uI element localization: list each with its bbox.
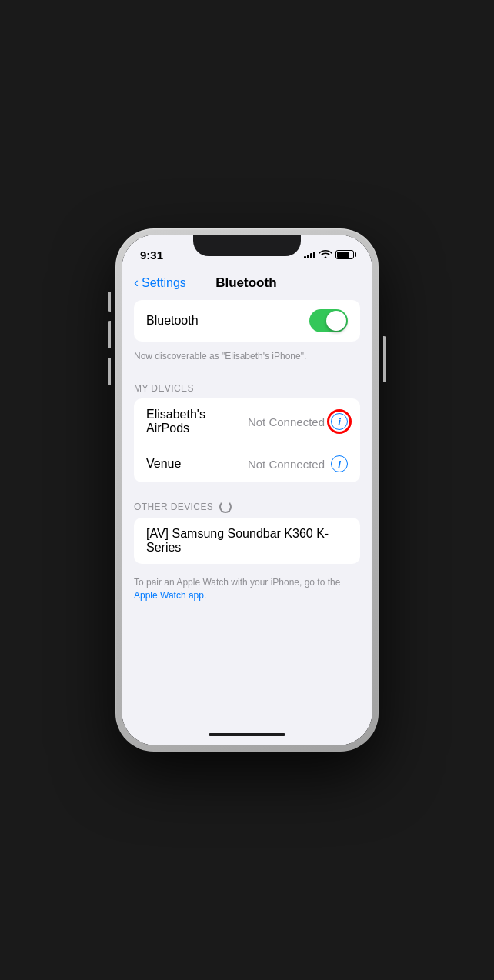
other-devices-header-label: OTHER DEVICES	[134, 502, 213, 512]
my-devices-header-label: MY DEVICES	[134, 383, 194, 394]
list-item[interactable]: Elisabeth's AirPods Not Connected i	[134, 398, 360, 445]
device-status: Not Connected	[248, 415, 325, 428]
venue-info-button[interactable]: i	[331, 455, 348, 472]
phone-inner: 9:31	[122, 235, 372, 745]
other-devices-header: OTHER DEVICES	[122, 488, 372, 518]
discoverable-text: Now discoverable as "Elisabeth's iPhone"…	[122, 348, 372, 371]
battery-fill	[337, 252, 349, 258]
bluetooth-toggle-group: Bluetooth	[134, 300, 360, 342]
device-name: Elisabeth's AirPods	[146, 408, 248, 435]
apple-watch-note: To pair an Apple Watch with your iPhone,…	[122, 570, 372, 608]
device-status: Not Connected	[248, 458, 325, 471]
content-area: Bluetooth Now discoverable as "Elisabeth…	[122, 300, 372, 724]
back-chevron-icon: ‹	[134, 275, 139, 291]
bluetooth-toggle-item: Bluetooth	[134, 300, 360, 342]
airpods-info-button[interactable]: i	[331, 413, 348, 430]
apple-watch-note-end: .	[204, 590, 206, 601]
mute-switch[interactable]	[108, 292, 111, 312]
navigation-bar: ‹ Settings Bluetooth	[122, 268, 372, 300]
apple-watch-note-text: To pair an Apple Watch with your iPhone,…	[134, 577, 340, 588]
power-button[interactable]	[383, 336, 386, 382]
back-label: Settings	[142, 276, 186, 290]
status-icons	[304, 249, 354, 261]
battery-icon	[335, 250, 354, 259]
device-name: Venue	[146, 457, 248, 471]
notch	[193, 235, 301, 256]
bluetooth-toggle-label: Bluetooth	[146, 314, 309, 328]
bluetooth-toggle[interactable]	[309, 309, 348, 332]
toggle-knob	[326, 311, 346, 331]
signal-icon	[304, 252, 315, 258]
volume-up-button[interactable]	[108, 321, 111, 348]
screen: 9:31	[122, 235, 372, 745]
device-name: [AV] Samsung Soundbar K360 K-Series	[146, 527, 348, 555]
apple-watch-app-link[interactable]: Apple Watch app	[134, 590, 204, 601]
page-title: Bluetooth	[186, 275, 306, 291]
phone-frame: 9:31	[115, 228, 379, 752]
back-button[interactable]: ‹ Settings	[134, 275, 186, 291]
home-indicator	[122, 724, 372, 745]
list-item[interactable]: Venue Not Connected i	[134, 445, 360, 482]
other-devices-list: [AV] Samsung Soundbar K360 K-Series	[134, 518, 360, 564]
home-bar	[209, 733, 285, 736]
list-item[interactable]: [AV] Samsung Soundbar K360 K-Series	[134, 518, 360, 564]
my-devices-list: Elisabeth's AirPods Not Connected i Venu…	[134, 398, 360, 482]
my-devices-header: MY DEVICES	[122, 371, 372, 398]
volume-down-button[interactable]	[108, 358, 111, 385]
wifi-icon	[319, 249, 332, 261]
loading-spinner	[219, 501, 232, 513]
status-time: 9:31	[140, 248, 163, 262]
